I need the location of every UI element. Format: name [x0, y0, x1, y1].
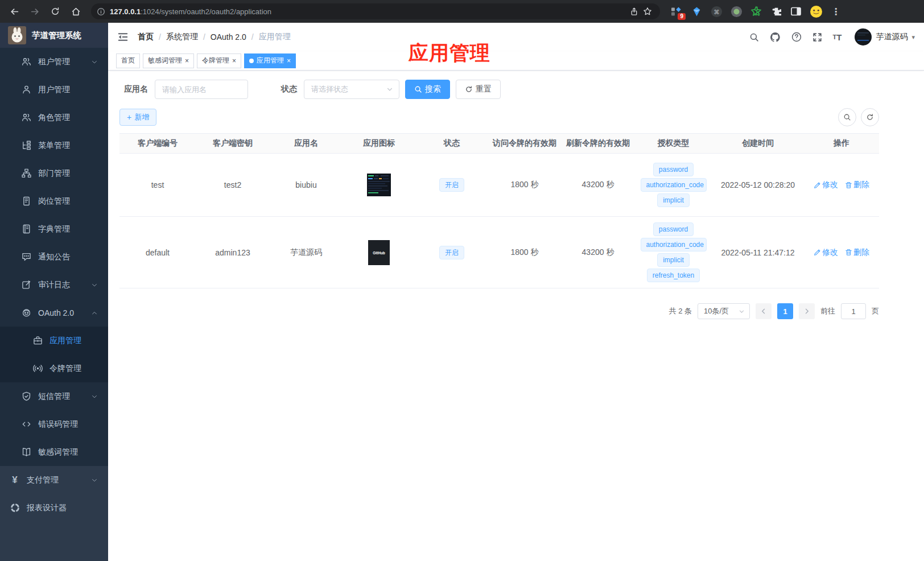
extensions-puzzle-icon[interactable] — [769, 4, 783, 19]
close-icon[interactable]: × — [185, 57, 189, 64]
prev-page-button[interactable] — [756, 303, 772, 319]
sidebar-item-label: 字典管理 — [38, 224, 70, 234]
add-button[interactable]: + 新增 — [119, 109, 156, 126]
plus-icon: + — [127, 113, 131, 122]
reset-button[interactable]: 重置 — [456, 80, 501, 99]
search-button[interactable]: 搜索 — [405, 80, 450, 99]
edit-link[interactable]: 修改 — [814, 180, 838, 190]
sidebar-item-pay[interactable]: ¥支付管理 — [0, 466, 108, 494]
sidebar-item-oauth2-token[interactable]: 令牌管理 — [0, 354, 108, 382]
extension-gem-icon[interactable] — [689, 4, 704, 19]
refresh-table-button[interactable] — [861, 108, 879, 126]
delete-link[interactable]: 删除 — [845, 248, 869, 258]
sidebar-item-dict[interactable]: 字典管理 — [0, 215, 108, 243]
browser-home-icon[interactable] — [67, 3, 84, 20]
app-name-input[interactable] — [155, 80, 248, 99]
edit-link[interactable]: 修改 — [814, 248, 838, 258]
font-size-icon[interactable]: TT — [833, 32, 842, 42]
table-cell: 开启 — [415, 217, 488, 288]
delete-link[interactable]: 删除 — [845, 180, 869, 190]
profile-emoji-avatar[interactable] — [808, 4, 823, 19]
table-cell: 修改删除 — [804, 154, 879, 216]
signal-icon — [32, 364, 43, 374]
extension-record-icon[interactable] — [729, 4, 744, 19]
breadcrumb-item[interactable]: 系统管理 — [166, 32, 198, 42]
github-icon[interactable] — [770, 32, 781, 43]
close-icon[interactable]: × — [232, 57, 236, 64]
table-cell: test — [119, 154, 196, 216]
sidebar-item-audit-log[interactable]: 审计日志 — [0, 271, 108, 299]
app-logo[interactable]: 芋道管理系统 — [0, 23, 108, 48]
sidebar-item-role[interactable]: 角色管理 — [0, 104, 108, 131]
side-panel-icon[interactable] — [789, 4, 803, 19]
goto-page-input[interactable] — [841, 303, 866, 319]
close-icon[interactable]: × — [287, 57, 291, 64]
next-page-button[interactable] — [799, 303, 815, 319]
grant-type-tag: refresh_token — [647, 269, 700, 282]
address-bar[interactable]: 127.0.0.1:1024/system/oauth2/oauth2/appl… — [91, 3, 660, 19]
extension-command-icon[interactable]: ⌘ — [709, 4, 724, 19]
help-icon[interactable] — [791, 32, 802, 42]
breadcrumb-item[interactable]: 首页 — [138, 32, 154, 42]
browser-back-icon[interactable] — [6, 3, 23, 20]
browser-menu-icon[interactable]: ⋮ — [828, 4, 843, 19]
table-cell: passwordauthorization_codeimplicit — [635, 154, 712, 216]
sidebar-item-post[interactable]: 岗位管理 — [0, 187, 108, 215]
status-select[interactable]: 请选择状态 — [304, 80, 399, 99]
table-row: testtest2biubiu开启1800 秒43200 秒passwordau… — [119, 154, 879, 217]
tab-首页[interactable]: 首页 — [116, 53, 140, 68]
actions-cell: 修改删除 — [814, 180, 869, 190]
user-menu[interactable]: 芋道源码 ▾ — [855, 28, 915, 46]
browser-reload-icon[interactable] — [47, 3, 64, 20]
column-header: 访问令牌的有效期 — [488, 134, 561, 153]
sidebar-item-label: 菜单管理 — [38, 141, 70, 151]
sidebar-item-sms[interactable]: 短信管理 — [0, 382, 108, 410]
created-time-cell: 2022-05-11 21:47:12 — [721, 248, 795, 257]
page-size-select[interactable]: 10条/页 — [698, 303, 750, 319]
extension-green-star-icon[interactable] — [749, 4, 764, 19]
edit-icon — [814, 249, 821, 256]
sidebar-item-label: 应用管理 — [50, 336, 81, 346]
sidebar-item-sensitive-word[interactable]: 敏感词管理 — [0, 438, 108, 466]
collapse-sidebar-icon[interactable] — [117, 31, 129, 43]
share-icon[interactable] — [627, 5, 641, 18]
table-cell: 芋道源码 — [270, 217, 343, 288]
sidebar-item-notice[interactable]: 通知公告 — [0, 243, 108, 271]
url-text: 127.0.0.1:1024/system/oauth2/oauth2/appl… — [110, 7, 627, 16]
sidebar-item-report[interactable]: 报表设计器 — [0, 494, 108, 522]
access-token-ttl-cell: 1800 秒 — [510, 248, 538, 258]
sidebar-item-menu[interactable]: 菜单管理 — [0, 131, 108, 159]
tab-敏感词管理[interactable]: 敏感词管理× — [143, 53, 194, 68]
chevron-up-icon — [91, 310, 98, 316]
header-search-icon[interactable] — [749, 32, 759, 42]
browser-forward-icon[interactable] — [26, 3, 43, 20]
page-number-button[interactable]: 1 — [777, 303, 793, 319]
tab-令牌管理[interactable]: 令牌管理× — [197, 53, 241, 68]
app-name-cell: biubiu — [295, 180, 316, 189]
sidebar-item-oauth2[interactable]: OAuth 2.0 — [0, 299, 108, 327]
tab-应用管理[interactable]: 应用管理× — [244, 53, 296, 68]
breadcrumb-item[interactable]: OAuth 2.0 — [211, 32, 246, 42]
yen-icon: ¥ — [10, 475, 20, 485]
table-row: defaultadmin123芋道源码GitHub开启1800 秒43200 秒… — [119, 217, 879, 288]
sidebar-item-tenant[interactable]: 租户管理 — [0, 48, 108, 76]
chevron-down-icon — [91, 477, 98, 484]
toggle-search-button[interactable] — [838, 108, 856, 126]
site-info-icon[interactable] — [97, 7, 105, 16]
bookmark-star-icon[interactable] — [641, 5, 654, 18]
sidebar-menu: 租户管理用户管理角色管理菜单管理部门管理岗位管理字典管理通知公告审计日志OAut… — [0, 48, 108, 522]
grant-type-tag: password — [653, 163, 694, 176]
sidebar-item-error-code[interactable]: 错误码管理 — [0, 410, 108, 438]
reset-button-label: 重置 — [476, 84, 492, 94]
message-icon — [21, 252, 31, 262]
fullscreen-icon[interactable] — [812, 32, 822, 42]
sidebar-item-user[interactable]: 用户管理 — [0, 76, 108, 104]
table-cell: default — [119, 217, 196, 288]
sidebar-item-oauth2-application[interactable]: 应用管理 — [0, 327, 108, 354]
extension-blue-diamond-icon[interactable]: 9 — [669, 4, 684, 19]
column-header: 客户端编号 — [119, 134, 196, 153]
status-label: 状态 — [281, 84, 297, 94]
table-cell: 2022-05-11 21:47:12 — [712, 217, 804, 288]
username: 芋道源码 — [876, 32, 908, 42]
sidebar-item-dept[interactable]: 部门管理 — [0, 159, 108, 187]
